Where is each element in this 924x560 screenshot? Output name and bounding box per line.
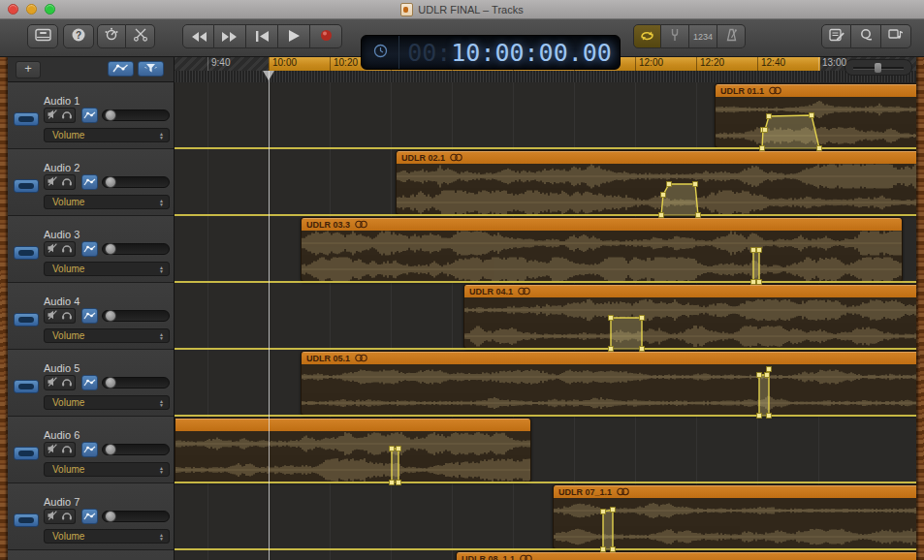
volume-slider-knob[interactable] — [105, 444, 116, 455]
count-in-button[interactable]: 1234 — [689, 24, 717, 48]
mute-button[interactable] — [44, 174, 60, 190]
smart-controls-button[interactable] — [97, 24, 126, 48]
volume-slider[interactable] — [102, 176, 170, 188]
solo-button[interactable] — [59, 442, 76, 457]
quick-help-button[interactable]: ? — [63, 24, 94, 48]
select-stepper-icon: ▲▼ — [159, 332, 164, 340]
mute-button[interactable] — [44, 509, 60, 524]
volume-slider[interactable] — [102, 109, 170, 121]
mute-button[interactable] — [44, 108, 60, 123]
track-header[interactable]: Audio 5 Volume ▲▼ — [8, 350, 174, 417]
tuner-button[interactable] — [661, 24, 689, 48]
go-to-beginning-button[interactable] — [246, 24, 278, 48]
audio-region[interactable]: UDLR 02.1 — [396, 150, 916, 215]
lcd-display[interactable]: 00: 10:00:00.00 — [361, 35, 621, 70]
track-header[interactable]: Audio 6 Volume ▲▼ — [8, 417, 174, 483]
zoom-slider-knob[interactable] — [875, 63, 881, 73]
region-header[interactable]: UDLR 08_1.1 — [457, 552, 916, 560]
volume-slider-knob[interactable] — [105, 377, 116, 389]
volume-slider[interactable] — [102, 377, 170, 389]
solo-button[interactable] — [59, 308, 76, 324]
track-header[interactable] — [8, 550, 174, 560]
region-header[interactable]: UDLR 04.1 — [464, 285, 916, 297]
region-header[interactable] — [175, 419, 530, 431]
track-automation-toggle[interactable] — [81, 509, 98, 524]
mute-button[interactable] — [44, 442, 60, 457]
solo-button[interactable] — [59, 174, 76, 190]
media-browser-button[interactable] — [881, 24, 911, 48]
rewind-button[interactable] — [182, 24, 214, 48]
track-icon[interactable] — [14, 513, 39, 527]
library-button[interactable] — [27, 24, 58, 48]
mute-button[interactable] — [44, 375, 60, 390]
track-icon[interactable] — [14, 313, 39, 327]
track-automation-toggle[interactable] — [81, 108, 98, 123]
lcd-mode-selector[interactable] — [362, 36, 399, 69]
volume-slider-knob[interactable] — [105, 109, 116, 121]
audio-region[interactable]: UDLR 07_1.1 — [553, 484, 916, 549]
fast-forward-button[interactable] — [214, 24, 246, 48]
track-header[interactable]: Audio 7 Volume ▲▼ — [8, 483, 174, 550]
track-icon[interactable] — [14, 112, 39, 126]
solo-button[interactable] — [59, 108, 76, 123]
volume-slider-knob[interactable] — [105, 511, 116, 522]
automation-parameter-select[interactable]: Volume ▲▼ — [44, 462, 170, 477]
automation-parameter-select[interactable]: Volume ▲▼ — [44, 328, 170, 343]
cycle-button[interactable] — [633, 24, 661, 48]
add-track-button[interactable]: + — [16, 61, 41, 78]
track-automation-toggle[interactable] — [81, 174, 98, 190]
audio-region[interactable]: UDLR 03.3 — [301, 217, 903, 282]
region-header[interactable]: UDLR 02.1 — [397, 151, 916, 164]
play-button[interactable] — [278, 24, 310, 48]
solo-button[interactable] — [59, 509, 76, 524]
playhead[interactable] — [269, 71, 270, 560]
track-automation-toggle[interactable] — [81, 442, 98, 457]
track-header[interactable]: Audio 3 Volume ▲▼ — [8, 216, 174, 283]
track-icon[interactable] — [14, 380, 39, 393]
mute-button[interactable] — [44, 241, 60, 257]
show-automation-button[interactable] — [108, 61, 134, 77]
volume-slider-knob[interactable] — [105, 243, 116, 255]
audio-region[interactable]: UDLR 04.1 — [463, 284, 916, 349]
track-icon[interactable] — [14, 246, 39, 260]
audio-region[interactable] — [175, 418, 531, 482]
track-header[interactable]: Audio 1 Volume ▲▼ — [8, 82, 174, 149]
volume-slider-knob[interactable] — [105, 310, 116, 322]
audio-region[interactable]: UDLR 08_1.1 — [456, 551, 916, 560]
track-automation-toggle[interactable] — [81, 375, 98, 390]
volume-slider[interactable] — [102, 511, 170, 522]
notepad-button[interactable] — [821, 24, 851, 48]
track-icon[interactable] — [14, 447, 39, 460]
volume-slider-knob[interactable] — [105, 176, 116, 188]
solo-button[interactable] — [59, 375, 76, 390]
loop-browser-button[interactable] — [851, 24, 881, 48]
region-header[interactable]: UDLR 01.1 — [716, 84, 916, 97]
automation-parameter-select[interactable]: Volume ▲▼ — [44, 262, 170, 276]
region-header[interactable]: UDLR 07_1.1 — [554, 485, 916, 498]
region-header[interactable]: UDLR 05.1 — [302, 352, 916, 364]
region-header[interactable]: UDLR 03.3 — [302, 218, 902, 231]
track-automation-toggle[interactable] — [81, 241, 98, 257]
solo-button[interactable] — [59, 241, 76, 257]
track-filter-button[interactable] — [138, 61, 164, 77]
automation-parameter-select[interactable]: Volume ▲▼ — [44, 395, 170, 410]
automation-parameter-select[interactable]: Volume ▲▼ — [44, 128, 170, 142]
zoom-slider[interactable] — [844, 59, 912, 76]
automation-parameter-select[interactable]: Volume ▲▼ — [44, 195, 170, 209]
record-button[interactable] — [310, 24, 342, 48]
metronome-button[interactable] — [717, 24, 746, 48]
volume-slider[interactable] — [102, 310, 170, 322]
automation-parameter-select[interactable]: Volume ▲▼ — [44, 529, 170, 544]
audio-region[interactable]: UDLR 01.1 — [715, 83, 916, 148]
track-automation-toggle[interactable] — [81, 308, 98, 324]
mute-button[interactable] — [44, 308, 60, 324]
track-header[interactable]: Audio 2 Volume ▲▼ — [8, 149, 174, 216]
track-icon[interactable] — [14, 179, 39, 193]
volume-slider[interactable] — [102, 243, 170, 255]
titlebar[interactable]: UDLR FINAL – Tracks — [0, 0, 924, 19]
track-header[interactable]: Audio 4 Volume ▲▼ — [8, 283, 174, 350]
audio-region[interactable]: UDLR 05.1 — [301, 351, 916, 416]
tracks-timeline[interactable]: UDLR 01.1 UDLR 02.1 UDLR 03.3 — [175, 82, 916, 560]
volume-slider[interactable] — [102, 444, 170, 455]
editors-button[interactable] — [126, 24, 155, 48]
